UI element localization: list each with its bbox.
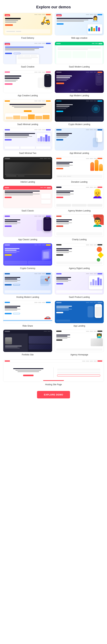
demo-item-charity[interactable]: 👨‍🦱 Charity Landing bbox=[55, 214, 104, 241]
demo-label-web-app: Web app creative bbox=[71, 37, 87, 39]
demos-grid: Latest 🛵 bbox=[0, 13, 107, 360]
demo-label-saas-minimal: SaaS Minimal Landing bbox=[17, 123, 38, 126]
demo-item-saas-minimal[interactable]: SaaS Minimal Landing bbox=[3, 99, 52, 126]
page-title: Explore our demos bbox=[4, 5, 103, 9]
demo-label-app-creative: App Creative Landing bbox=[18, 94, 38, 97]
demo-label-agency-digital: Agency Digtal Landing bbox=[69, 267, 90, 270]
demo-item-saas-creative[interactable]: Latest bbox=[3, 42, 52, 68]
explore-demo-button[interactable]: EXPLORE DEMO bbox=[37, 391, 70, 398]
demo-item-web-app-creative[interactable]: Latest bbox=[55, 13, 104, 39]
demo-label-ride-share: Ride Share bbox=[22, 325, 33, 327]
demo-item-hosting-site[interactable]: Hosting Site Page bbox=[3, 360, 104, 386]
demo-item-crypto-modern[interactable]: Crypto Modern Landing bbox=[55, 99, 104, 126]
demo-item-agency-homepage[interactable]: 👨‍💻 Agency Homepage bbox=[55, 330, 104, 356]
demo-label-crypto-currency: Crypto Currency bbox=[20, 267, 35, 270]
demo-label-crypto-modern: Crypto Modern Landing bbox=[68, 123, 90, 126]
demo-label-app-classic: App Classic Landing bbox=[18, 238, 37, 241]
demo-item-app-landing[interactable]: App Landing bbox=[55, 301, 104, 327]
demo-label-portfolio: Portfolio Site bbox=[22, 354, 34, 356]
demo-label-interior: Interior Landing bbox=[21, 181, 35, 183]
demo-label-app-minimal: App Minimal Landing bbox=[69, 152, 89, 154]
demo-item-hosting-modern[interactable]: 🚀 Hosting Modern Landing bbox=[3, 272, 52, 298]
demo-item-agency-digital[interactable]: Agency Digtal Landing bbox=[55, 243, 104, 270]
demo-item-app-modern[interactable]: App Modern Landing bbox=[55, 70, 104, 97]
demo-label-saas-product: SaaS Product Landing bbox=[69, 296, 90, 298]
demo-item-app-creative[interactable]: App Creative Landing bbox=[3, 70, 52, 97]
demo-label-donation: Donation Landing bbox=[71, 181, 87, 183]
demo-item-saas-product[interactable]: SaaS Product Landing bbox=[55, 272, 104, 298]
demo-item-ride-share[interactable]: 🚗 Ride Share bbox=[3, 301, 52, 327]
demo-item-saas-minimal-two[interactable]: SaaS Minimal Two bbox=[3, 128, 52, 154]
latest-badge: Latest bbox=[5, 14, 10, 16]
demo-label-agency-modern: Agency Modern Landing bbox=[68, 210, 90, 212]
demo-item-agency-modern[interactable]: 👱‍♀️ Agency Modern Landing bbox=[55, 186, 104, 212]
demo-item-portfolio[interactable]: Portfolio Site bbox=[3, 330, 52, 356]
demo-label-saas-modern: SaaS Modern Landing bbox=[69, 66, 90, 68]
demo-label-charity: Charity Landing bbox=[72, 238, 86, 241]
demo-label-saas-creative: SaaS Creative bbox=[21, 66, 34, 68]
page-container: Explore our demos Latest bbox=[0, 0, 107, 404]
demo-item-crypto-currency[interactable]: Crypto Currency bbox=[3, 243, 52, 270]
demo-item-food-delivery[interactable]: Latest 🛵 bbox=[3, 13, 52, 39]
demo-item-donation[interactable]: Donation Landing bbox=[55, 157, 104, 183]
demo-item-interior[interactable]: Interior Landing bbox=[3, 157, 52, 183]
demo-label-food-delivery: Food Delivery bbox=[21, 37, 34, 39]
demo-label-saas-minimal-two: SaaS Minimal Two bbox=[19, 152, 36, 154]
demo-label-app-landing: App Landing bbox=[73, 325, 85, 327]
latest-badge-web: Latest bbox=[56, 14, 62, 16]
demos-grid-full: Hosting Site Page bbox=[0, 360, 107, 388]
demo-label-agency-homepage: Agency Homepage bbox=[70, 354, 88, 356]
demo-label-hosting-modern: Hosting Modern Landing bbox=[16, 296, 39, 298]
page-header: Explore our demos bbox=[0, 0, 107, 13]
demo-label-app-modern: App Modern Landing bbox=[70, 94, 89, 97]
demo-label-hosting-site: Hosting Site Page bbox=[45, 383, 62, 386]
demo-label-saas-classic: SaaS Classic bbox=[22, 210, 34, 212]
demo-item-saas-modern[interactable]: SaaS Modern Landing bbox=[55, 42, 104, 68]
latest-badge-saas: Latest bbox=[5, 43, 10, 45]
demo-item-app-classic[interactable]: App Classic Landing bbox=[3, 214, 52, 241]
explore-section: EXPLORE DEMO bbox=[0, 388, 107, 404]
demo-item-saas-classic[interactable]: SaaS Classic bbox=[3, 186, 52, 212]
demo-item-app-minimal[interactable]: App Minimal Landing bbox=[55, 128, 104, 154]
